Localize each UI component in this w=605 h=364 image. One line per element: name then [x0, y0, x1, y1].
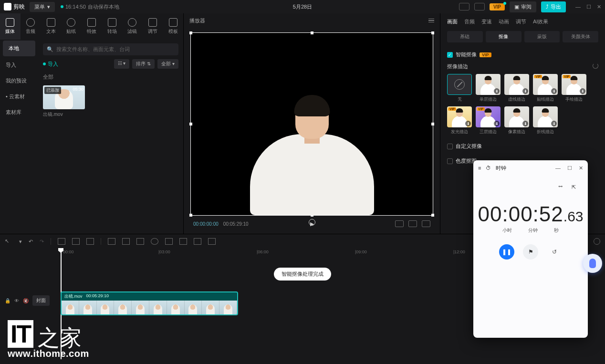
- filter-all-button[interactable]: 全部 ▾: [157, 59, 178, 69]
- pause-button[interactable]: ❚❚: [499, 244, 514, 260]
- smart-keying-toggle[interactable]: ✓ 智能抠像 VIP: [447, 51, 598, 58]
- ratio-icon[interactable]: [408, 220, 417, 227]
- split-right-tool[interactable]: [86, 238, 94, 245]
- shape-tool[interactable]: [122, 238, 130, 245]
- tab-audio-prop[interactable]: 音频: [464, 18, 475, 25]
- edge-style-dashed[interactable]: ⬇虚线描边: [504, 74, 529, 103]
- hamburger-icon[interactable]: ≡: [478, 165, 481, 171]
- sw-close[interactable]: ✕: [579, 165, 583, 171]
- app-name: 剪映: [13, 3, 25, 11]
- lock-icon[interactable]: 🔒: [5, 298, 10, 303]
- floating-assistant[interactable]: [583, 254, 602, 273]
- pin-icon[interactable]: ⇱: [572, 184, 579, 192]
- tab-picture[interactable]: 画面: [447, 18, 458, 25]
- menu-button[interactable]: 菜单 ▾: [30, 2, 55, 12]
- tab-template[interactable]: 模板: [163, 13, 183, 40]
- resize-handle[interactable]: [311, 31, 313, 34]
- sidebar-item-import[interactable]: 导入: [0, 57, 38, 73]
- fullscreen-icon[interactable]: [422, 220, 430, 227]
- tool-dropdown-icon[interactable]: ▾: [19, 239, 22, 245]
- subtab-basic[interactable]: 基础: [447, 31, 483, 42]
- snapshot-icon[interactable]: [395, 220, 404, 227]
- edge-style-single[interactable]: ⬇单层描边: [476, 74, 501, 103]
- undo-button[interactable]: ↶: [29, 239, 33, 245]
- sw-maximize[interactable]: ☐: [567, 165, 572, 171]
- reset-button[interactable]: ↺: [547, 244, 562, 260]
- resize-handle[interactable]: [189, 31, 192, 34]
- subtab-mask[interactable]: 蒙版: [524, 31, 560, 42]
- sort-button[interactable]: 排序 ⇅: [132, 59, 155, 69]
- preview-canvas[interactable]: [190, 32, 433, 216]
- player-menu-icon[interactable]: [428, 19, 434, 23]
- close-button[interactable]: ✕: [597, 4, 601, 10]
- visibility-icon[interactable]: 👁: [14, 298, 19, 303]
- resize-handle[interactable]: [431, 123, 434, 125]
- tab-text[interactable]: 文本: [41, 13, 61, 40]
- subtab-keying[interactable]: 抠像: [486, 31, 522, 42]
- split-tool[interactable]: [58, 238, 65, 245]
- search-input[interactable]: 🔍 搜索文件名称、画面元素、台词: [43, 43, 178, 55]
- ratio-tool[interactable]: [108, 238, 115, 245]
- tab-effects[interactable]: 特效: [82, 13, 102, 40]
- tab-animation[interactable]: 动画: [499, 18, 509, 25]
- import-button[interactable]: 导入: [43, 61, 58, 68]
- expand-icon[interactable]: ⤢: [556, 183, 567, 194]
- review-button[interactable]: ▣ 审阅: [510, 1, 536, 12]
- split-left-tool[interactable]: [72, 238, 80, 245]
- crop-tool[interactable]: [194, 238, 201, 245]
- edge-style-triple[interactable]: VIP⬇三层描边: [476, 106, 501, 135]
- grid-view-button[interactable]: ☷ ▾: [114, 59, 130, 69]
- stopwatch-title: 时钟: [496, 165, 506, 172]
- vip-badge[interactable]: VIP: [490, 3, 505, 10]
- stopwatch-titlebar[interactable]: ≡ ⏱ 时钟 — ☐ ✕: [473, 160, 588, 176]
- cover-button[interactable]: 封面: [32, 295, 50, 306]
- tab-adjust[interactable]: 调节: [143, 13, 163, 40]
- layout-icon-1[interactable]: [459, 3, 469, 10]
- copy-tool[interactable]: [136, 238, 144, 245]
- resize-handle[interactable]: [189, 123, 192, 125]
- refresh-icon[interactable]: [593, 63, 598, 69]
- play-button[interactable]: ▶: [310, 221, 314, 227]
- edge-style-glow[interactable]: VIP⬇发光描边: [447, 106, 472, 135]
- layout-icon-2[interactable]: [474, 3, 485, 10]
- mute-icon[interactable]: 🔇: [23, 298, 29, 303]
- stopwatch-window[interactable]: ≡ ⏱ 时钟 — ☐ ✕ ⤢ ⇱ 00:00:52.63 小时 分钟 秒 ❚❚ …: [473, 160, 588, 338]
- tab-media[interactable]: 媒体: [0, 13, 21, 40]
- sw-minimize[interactable]: —: [555, 165, 561, 171]
- image-tool[interactable]: [208, 238, 216, 245]
- custom-keying-toggle[interactable]: 自定义抠像: [447, 143, 598, 150]
- download-icon: ⬇: [494, 88, 500, 94]
- tab-sticker[interactable]: 贴纸: [61, 13, 82, 40]
- edge-style-handdrawn[interactable]: VIP⬇手绘描边: [562, 74, 586, 103]
- maximize-button[interactable]: ☐: [586, 4, 591, 10]
- media-clip-thumb[interactable]: 已添加 05:30 出镜.mov: [43, 85, 85, 118]
- minimize-button[interactable]: —: [575, 4, 581, 10]
- sidebar-item-local[interactable]: 本地: [3, 41, 35, 56]
- sidebar-item-cloud[interactable]: • 云素材: [0, 89, 38, 104]
- tab-transition[interactable]: 转场: [102, 13, 122, 40]
- edge-style-none[interactable]: 无: [447, 74, 472, 103]
- resize-handle[interactable]: [431, 31, 434, 34]
- lap-button[interactable]: ⚑: [523, 244, 538, 260]
- tab-audio[interactable]: 音频: [21, 13, 41, 40]
- tab-adjust-prop[interactable]: 调节: [516, 18, 526, 25]
- select-tool[interactable]: ↖: [5, 238, 12, 245]
- tab-speed[interactable]: 变速: [481, 18, 492, 25]
- video-clip[interactable]: 出镜.mov 00:05:29:10: [61, 291, 238, 315]
- edge-style-sticker[interactable]: VIP⬇贴纸描边: [533, 74, 558, 103]
- refresh-tool[interactable]: [179, 238, 187, 245]
- timeline-settings-icon[interactable]: [594, 238, 600, 245]
- speed-tool[interactable]: [151, 238, 158, 245]
- tab-filter[interactable]: 滤镜: [122, 13, 143, 40]
- sidebar-item-presets[interactable]: 我的预设: [0, 73, 38, 89]
- tab-ai-effects[interactable]: AI效果: [533, 18, 548, 25]
- subtab-beauty[interactable]: 美颜美体: [563, 31, 598, 42]
- redo-button[interactable]: ↷: [40, 239, 44, 245]
- edge-style-polyline[interactable]: ⬇折线描边: [533, 106, 558, 135]
- sidebar-item-library[interactable]: 素材库: [0, 104, 38, 120]
- export-button[interactable]: ⤴ 导出: [541, 1, 566, 12]
- sw-minutes: 00: [509, 202, 533, 226]
- picture-subtabs: 基础 抠像 蒙版 美颜美体: [440, 28, 605, 47]
- warning-tool[interactable]: [165, 238, 173, 245]
- edge-style-pixel[interactable]: ⬇像素描边: [504, 106, 529, 135]
